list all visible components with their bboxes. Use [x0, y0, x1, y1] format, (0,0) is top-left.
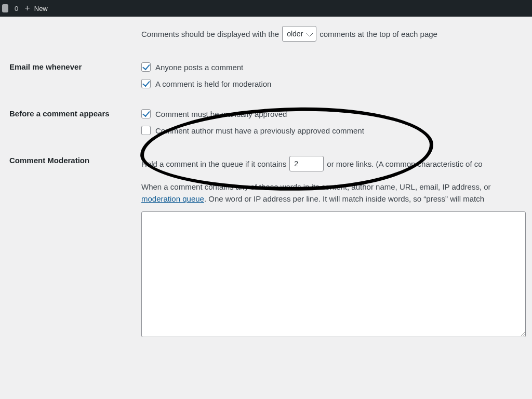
moderation-keys-textarea[interactable]: [141, 211, 526, 337]
comments-count[interactable]: 0: [15, 5, 18, 12]
comments-bubble-icon[interactable]: [2, 4, 8, 12]
moderation-desc-post: . One word or IP address per line. It wi…: [204, 194, 484, 203]
before-options: Comment must be manually approved Commen…: [141, 109, 526, 135]
email-anyone-posts-label: Anyone posts a comment: [155, 63, 243, 72]
plus-icon[interactable]: +: [24, 4, 30, 13]
moderation-desc-pre: When a comment contains any of these wor…: [141, 182, 491, 191]
email-held-moderation-row[interactable]: A comment is held for moderation: [141, 79, 526, 88]
email-anyone-posts-row[interactable]: Anyone posts a comment: [141, 62, 526, 72]
email-held-moderation-label: A comment is held for moderation: [155, 79, 271, 88]
moderation-description: When a comment contains any of these wor…: [141, 181, 526, 205]
moderation-links-input[interactable]: [289, 156, 324, 171]
email-options: Anyone posts a comment A comment is held…: [141, 62, 526, 88]
settings-discussion-page: Comments should be displayed with the ol…: [0, 17, 532, 350]
comment-order-prefix: Comments should be displayed with the: [141, 30, 279, 38]
comment-order-row: Comments should be displayed with the ol…: [141, 26, 526, 42]
previously-approved-label: Comment author must have a previously ap…: [155, 126, 364, 135]
moderation-queue-link[interactable]: moderation queue: [141, 194, 204, 203]
manually-approved-row[interactable]: Comment must be manually approved: [141, 109, 526, 118]
email-heading: Email me whenever: [0, 53, 135, 100]
new-button[interactable]: New: [34, 5, 48, 12]
checkbox-checked-icon[interactable]: [141, 109, 151, 118]
moderation-links-row: Hold a comment in the queue if it contai…: [141, 156, 526, 171]
checkbox-unchecked-icon[interactable]: [141, 126, 151, 135]
comment-order-select[interactable]: older: [282, 26, 316, 42]
admin-toolbar: 0 + New: [0, 0, 532, 17]
checkbox-checked-icon[interactable]: [141, 62, 151, 72]
checkbox-checked-icon[interactable]: [141, 79, 151, 88]
moderation-links-suffix: or more links. (A common characteristic …: [327, 159, 482, 168]
moderation-links-prefix: Hold a comment in the queue if it contai…: [141, 159, 286, 168]
manually-approved-label: Comment must be manually approved: [155, 110, 287, 118]
comment-order-suffix: comments at the top of each page: [320, 30, 437, 38]
settings-table: Comments should be displayed with the ol…: [0, 17, 532, 350]
previously-approved-row[interactable]: Comment author must have a previously ap…: [141, 126, 526, 135]
moderation-heading: Comment Moderation: [0, 147, 135, 350]
before-heading: Before a comment appears: [0, 100, 135, 147]
